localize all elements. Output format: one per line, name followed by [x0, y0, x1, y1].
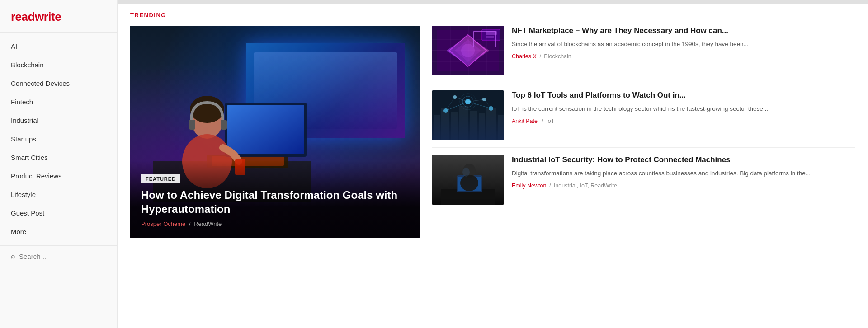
svg-rect-30	[459, 106, 468, 140]
nav-link-blockchain[interactable]: Blockchain	[0, 56, 117, 74]
nav-link-connected-devices[interactable]: Connected Devices	[0, 74, 117, 93]
article-excerpt-industrial: Digital transformations are taking place…	[512, 169, 855, 178]
nav-link-industrial[interactable]: Industrial	[0, 111, 117, 130]
nav-link-startups[interactable]: Startups	[0, 130, 117, 148]
svg-rect-32	[479, 113, 485, 140]
article-author-industrial[interactable]: Emily Newton	[512, 183, 546, 189]
article-content-iot: Top 6 IoT Tools and Platforms to Watch O…	[512, 90, 855, 140]
svg-rect-8	[189, 120, 195, 130]
site-logo[interactable]: readwrite	[11, 10, 61, 23]
svg-point-54	[460, 175, 478, 191]
article-author-iot[interactable]: Ankit Patel	[512, 118, 539, 124]
svg-rect-33	[486, 108, 496, 140]
article-excerpt-iot: IoT is the current sensation in the tech…	[512, 104, 855, 113]
featured-publication: ReadWrite	[194, 220, 222, 227]
svg-rect-34	[498, 115, 504, 140]
svg-rect-31	[470, 111, 477, 140]
nav-item-product-reviews[interactable]: Product Reviews	[0, 167, 117, 185]
svg-rect-23	[482, 29, 500, 41]
nav-item-fintech[interactable]: Fintech	[0, 93, 117, 111]
svg-rect-28	[441, 108, 449, 140]
article-thumb-iot	[432, 90, 504, 140]
article-item-industrial[interactable]: Industrial IoT Security: How to Protect …	[432, 148, 855, 212]
nav-item-connected-devices[interactable]: Connected Devices	[0, 74, 117, 93]
featured-badge: FEATURED	[141, 174, 180, 183]
article-title-industrial: Industrial IoT Security: How to Protect …	[512, 155, 855, 165]
article-sep-nft: /	[539, 53, 541, 60]
trending-section: TRENDING	[118, 4, 868, 328]
nav-item-guest-post[interactable]: Guest Post	[0, 204, 117, 222]
featured-author-line: Prosper Ocheme / ReadWrite	[141, 220, 409, 227]
article-sep-iot: /	[542, 118, 543, 124]
iot-illustration	[432, 90, 504, 140]
article-meta-nft: Charles X / Blockchain	[512, 53, 855, 60]
article-item-nft[interactable]: NFT Marketplace – Why are They Necessary…	[432, 26, 855, 83]
svg-rect-5	[227, 105, 304, 154]
featured-author-name: Prosper Ocheme	[141, 220, 185, 227]
nav-link-lifestyle[interactable]: Lifestyle	[0, 185, 117, 204]
industrial-illustration	[432, 155, 504, 205]
nav-link-product-reviews[interactable]: Product Reviews	[0, 167, 117, 185]
svg-marker-21	[455, 39, 481, 62]
nav-item-industrial[interactable]: Industrial	[0, 111, 117, 130]
search-area[interactable]: ⌕	[0, 245, 117, 267]
nav-link-ai[interactable]: AI	[0, 37, 117, 56]
articles-list: NFT Marketplace – Why are They Necessary…	[432, 26, 855, 238]
svg-point-55	[462, 168, 470, 177]
nft-thumb-image	[432, 26, 504, 75]
featured-separator: /	[189, 220, 191, 227]
article-meta-industrial: Emily Newton / Industrial, IoT, ReadWrit…	[512, 183, 855, 189]
article-category-nft: Blockchain	[544, 53, 571, 60]
svg-rect-25	[486, 36, 494, 38]
nav-link-guest-post[interactable]: Guest Post	[0, 204, 117, 222]
svg-rect-29	[451, 112, 458, 140]
nft-illustration	[432, 26, 504, 75]
svg-rect-9	[221, 120, 227, 130]
main-content: TRENDING	[118, 0, 868, 328]
nav-link-fintech[interactable]: Fintech	[0, 93, 117, 111]
logo-area: readwrite	[0, 0, 117, 33]
nav-item-blockchain[interactable]: Blockchain	[0, 56, 117, 74]
featured-article[interactable]: FEATURED How to Achieve Digital Transfor…	[130, 26, 420, 238]
svg-rect-24	[486, 31, 497, 35]
article-title-nft: NFT Marketplace – Why are They Necessary…	[512, 26, 855, 36]
sidebar: readwrite AI Blockchain Connected Device…	[0, 0, 118, 328]
nav-item-more[interactable]: More	[0, 222, 117, 241]
nav-item-smart-cities[interactable]: Smart Cities	[0, 148, 117, 167]
nav-list: AI Blockchain Connected Devices Fintech …	[0, 33, 117, 245]
main-nav: AI Blockchain Connected Devices Fintech …	[0, 33, 117, 245]
nav-link-more[interactable]: More	[0, 222, 117, 241]
article-category-iot: IoT	[546, 118, 554, 124]
article-category-industrial: Industrial, IoT, ReadWrite	[554, 183, 617, 189]
article-excerpt-nft: Since the arrival of blockchains as an a…	[512, 40, 855, 49]
article-content-nft: NFT Marketplace – Why are They Necessary…	[512, 26, 855, 75]
article-author-nft[interactable]: Charles X	[512, 53, 537, 60]
nav-item-ai[interactable]: AI	[0, 37, 117, 56]
article-item-iot[interactable]: Top 6 IoT Tools and Platforms to Watch O…	[432, 83, 855, 148]
iot-thumb-image	[432, 90, 504, 140]
featured-title: How to Achieve Digital Transformation Go…	[141, 188, 409, 216]
svg-rect-26	[432, 90, 504, 140]
logo-read: readwrite	[11, 10, 61, 23]
article-content-industrial: Industrial IoT Security: How to Protect …	[512, 155, 855, 205]
trending-label: TRENDING	[130, 12, 855, 19]
industrial-thumb-image	[432, 155, 504, 205]
article-thumb-nft	[432, 26, 504, 75]
content-grid: FEATURED How to Achieve Digital Transfor…	[130, 26, 855, 238]
nav-link-smart-cities[interactable]: Smart Cities	[0, 148, 117, 167]
article-title-iot: Top 6 IoT Tools and Platforms to Watch O…	[512, 90, 855, 101]
nav-item-startups[interactable]: Startups	[0, 130, 117, 148]
top-bar	[118, 0, 868, 4]
featured-overlay: FEATURED How to Achieve Digital Transfor…	[130, 161, 420, 238]
article-thumb-industrial	[432, 155, 504, 205]
article-meta-iot: Ankit Patel / IoT	[512, 118, 855, 124]
nav-item-lifestyle[interactable]: Lifestyle	[0, 185, 117, 204]
search-input[interactable]	[19, 253, 106, 260]
article-sep-industrial: /	[549, 183, 551, 189]
svg-rect-27	[434, 115, 440, 140]
svg-point-22	[461, 44, 475, 57]
search-icon: ⌕	[11, 252, 15, 260]
